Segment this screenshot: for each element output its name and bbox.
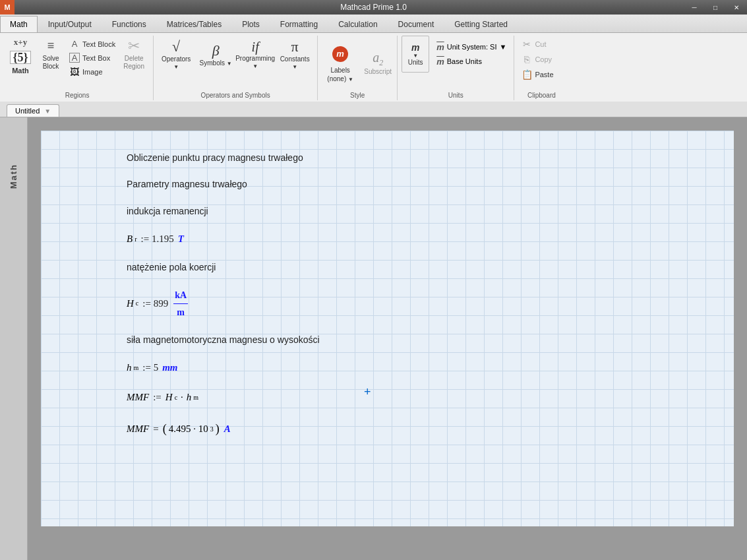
mmf-def-formula: MMF := Hc · hm — [127, 389, 714, 406]
clipboard-inner: ✂ Cut ⎘ Copy 📋 Paste — [518, 36, 564, 100]
ribbon-group-clipboard: ✂ Cut ⎘ Copy 📋 Paste Clipboard — [514, 36, 568, 100]
tab-functions[interactable]: Functions — [102, 16, 156, 32]
maximize-button[interactable]: □ — [705, 0, 726, 15]
symbols-button[interactable]: β Symbols ▼ — [197, 36, 234, 73]
hm-formula-block: hm := 5 mm — [127, 359, 714, 377]
paste-button[interactable]: 📋 Paste — [518, 67, 564, 82]
hc-frac-den: m — [175, 304, 186, 321]
copy-button[interactable]: ⎘ Copy — [518, 52, 564, 67]
subscript-button[interactable]: a2 Subscript — [363, 44, 393, 81]
programming-icon: if — [252, 40, 259, 55]
math-icon: x+y {5} — [10, 38, 30, 64]
close-button[interactable]: ✕ — [726, 0, 747, 15]
programming-button[interactable]: if Programming ▼ — [237, 36, 274, 73]
delete-region-button[interactable]: ✂ DeleteRegion — [119, 36, 149, 73]
tab-formatting[interactable]: Formatting — [270, 16, 328, 32]
title-bar-controls: ─ □ ✕ — [684, 0, 747, 15]
hm-symbol: h — [127, 359, 132, 377]
mmf-result-paren-l: ( — [163, 418, 167, 439]
section1-heading-block: Parametry magnesu trwałego — [127, 177, 714, 191]
math-label: Math — [12, 67, 29, 75]
hc-frac-num: kA — [173, 287, 188, 304]
operators-label: Operators and Symbols — [154, 92, 317, 99]
tab-plots[interactable]: Plots — [232, 16, 270, 32]
text-box-button[interactable]: A Text Box — [66, 51, 119, 65]
br-subscript: r — [134, 233, 136, 245]
units-dropdown-button[interactable]: m ▼ Units — [402, 36, 429, 73]
unit-system-button[interactable]: m Unit System: SI ▼ — [433, 41, 510, 53]
mmf-def-hc: H — [165, 389, 173, 406]
indukcja-label: indukcja remanencji — [127, 204, 714, 218]
cut-button[interactable]: ✂ Cut — [518, 37, 564, 51]
mmf-dot: · — [181, 389, 183, 406]
tab-document[interactable]: Document — [388, 16, 444, 32]
image-label: Image — [82, 68, 103, 76]
base-units-button[interactable]: m Base Units — [433, 55, 510, 68]
paste-label: Paste — [535, 71, 553, 78]
tab-calculation[interactable]: Calculation — [328, 16, 387, 32]
mmf-label: siła magnetomotoryczna magnesu o wysokoś… — [127, 332, 714, 347]
grid-paper-container[interactable]: Obliczenie punktu pracy magnesu trwałego… — [28, 117, 747, 560]
doc-tabs: Untitled ▼ — [0, 102, 747, 117]
grid-paper[interactable]: Obliczenie punktu pracy magnesu trwałego… — [41, 131, 734, 526]
unit-system-arrow: ▼ — [500, 43, 507, 51]
tab-math[interactable]: Math — [0, 16, 38, 32]
text-box-icon: A — [69, 53, 80, 63]
mmf-result-exp: 3 — [210, 423, 214, 435]
units-arrow: ▼ — [413, 53, 418, 59]
regions-stack: A Text Block A Text Box 🖼 Image — [66, 36, 119, 90]
title-block: Obliczenie punktu pracy magnesu trwałego — [127, 150, 714, 165]
app-logo: M — [0, 0, 15, 15]
solve-block-button[interactable]: ≡ SolveBlock — [36, 36, 66, 73]
solve-block-label: SolveBlock — [42, 55, 59, 71]
subscript-icon: a2 — [373, 50, 383, 68]
tab-input-output[interactable]: Input/Output — [38, 16, 102, 32]
unit-system-label: Unit System: SI — [447, 43, 497, 51]
br-unit: T — [178, 230, 184, 248]
hc-formula: Hc := 899 kA m — [127, 287, 714, 321]
doc-tab-arrow: ▼ — [44, 108, 51, 115]
mmf-result-block: MMF = ( 4.495 · 103 ) A — [127, 418, 714, 439]
math-button[interactable]: x+y {5} Math — [5, 36, 36, 77]
mmf-result-eq: = — [153, 420, 158, 438]
labels-button[interactable]: m Labels(none) ▼ — [322, 40, 359, 85]
style-inner: m Labels(none) ▼ a2 Subscript — [322, 36, 393, 100]
delete-region-label: DeleteRegion — [123, 55, 144, 71]
symbols-label: Symbols ▼ — [200, 59, 232, 67]
constants-button[interactable]: π Constants ▼ — [276, 36, 313, 73]
copy-icon: ⎘ — [522, 54, 532, 65]
plus-cursor[interactable]: + — [364, 385, 371, 399]
br-formula: Br := 1.195 T — [127, 230, 714, 248]
cut-icon: ✂ — [522, 39, 532, 49]
hm-unit: mm — [162, 359, 177, 377]
style-label: Style — [318, 92, 397, 99]
mmf-result-mmf: MMF — [127, 420, 149, 438]
mmf-def-hm-sub: m — [193, 392, 198, 404]
ribbon-tabs: Math Input/Output Functions Matrices/Tab… — [0, 15, 747, 33]
text-block-button[interactable]: A Text Block — [66, 37, 119, 51]
units-inner: m ▼ Units m Unit System: SI ▼ m Base Uni… — [402, 36, 510, 100]
mmf-def-mmf: MMF — [127, 389, 149, 406]
hm-subscript: m — [134, 362, 139, 374]
mmf-def-hc-sub: c — [175, 392, 177, 404]
left-margin: Math — [0, 117, 28, 560]
constants-icon: π — [291, 38, 299, 55]
mmf-label-block: siła magnetomotoryczna magnesu o wysokoś… — [127, 332, 714, 347]
doc-tab-label: Untitled — [15, 107, 40, 115]
cut-label: Cut — [535, 40, 546, 48]
unit-system-m-icon: m — [436, 42, 444, 52]
title-bar: M Mathcad Prime 1.0 ─ □ ✕ — [0, 0, 747, 15]
br-symbol: B — [127, 230, 133, 248]
units-label: Units — [408, 59, 423, 66]
operators-icon: √ — [172, 38, 180, 55]
image-button[interactable]: 🖼 Image — [66, 65, 119, 79]
units-right: m Unit System: SI ▼ m Base Units — [433, 41, 510, 68]
operators-button[interactable]: √ Operators ▼ — [158, 36, 194, 73]
minimize-button[interactable]: ─ — [684, 0, 705, 15]
units-controls: m ▼ Units m Unit System: SI ▼ m Base Uni… — [402, 36, 510, 73]
br-assign: := 1.195 — [141, 230, 174, 248]
tab-matrices-tables[interactable]: Matrices/Tables — [157, 16, 231, 32]
doc-tab-untitled[interactable]: Untitled ▼ — [7, 104, 59, 117]
tab-getting-started[interactable]: Getting Started — [444, 16, 518, 32]
programming-label: Programming ▼ — [235, 55, 275, 69]
